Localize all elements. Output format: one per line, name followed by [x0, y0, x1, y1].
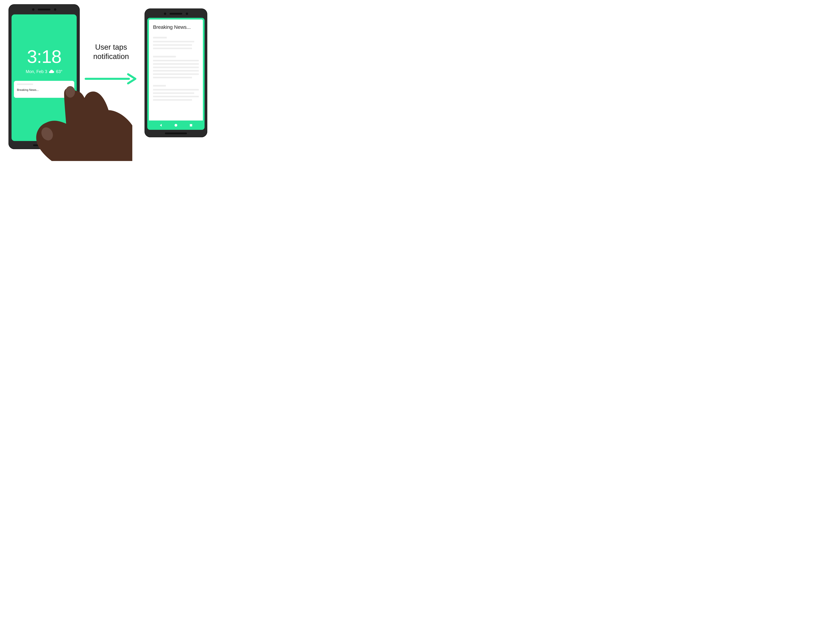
notification-title: Breaking News... [17, 88, 71, 92]
lock-clock-block: 3:18 Mon, Feb 3 63° [12, 48, 77, 74]
svg-rect-4 [190, 124, 192, 126]
top-sensors [145, 12, 207, 15]
lock-date: Mon, Feb 3 [26, 69, 47, 74]
lock-screen: 3:18 Mon, Feb 3 63° Breaking News... [12, 14, 77, 141]
diagram-stage: 3:18 Mon, Feb 3 63° Breaking News... [0, 0, 217, 161]
nav-back-button[interactable] [158, 122, 164, 128]
nav-recents-button[interactable] [188, 122, 194, 128]
phone-lockscreen: 3:18 Mon, Feb 3 63° Breaking News... [8, 4, 80, 149]
article-body: Breaking News... [149, 20, 203, 121]
article-screen: Breaking News... [147, 18, 205, 130]
chin-slot [165, 132, 187, 134]
article-paragraph [153, 56, 199, 78]
android-nav-bar [149, 121, 203, 130]
article-paragraph [153, 85, 199, 101]
lock-date-row: Mon, Feb 3 63° [26, 69, 62, 74]
article-paragraph [153, 37, 199, 49]
lock-temperature: 63° [56, 69, 62, 74]
top-sensors [8, 8, 80, 11]
diagram-caption: User taps notification [84, 42, 138, 61]
article-title: Breaking News... [153, 24, 199, 30]
lock-time: 3:18 [12, 48, 77, 66]
arrow-icon [85, 73, 136, 85]
chin-slot [33, 144, 55, 146]
phone-article: Breaking News... [145, 8, 207, 137]
notification-app-stub [17, 84, 33, 85]
nav-home-button[interactable] [173, 122, 179, 128]
cloud-icon [49, 70, 54, 74]
notification-card[interactable]: Breaking News... [14, 81, 74, 98]
svg-point-3 [175, 124, 177, 127]
